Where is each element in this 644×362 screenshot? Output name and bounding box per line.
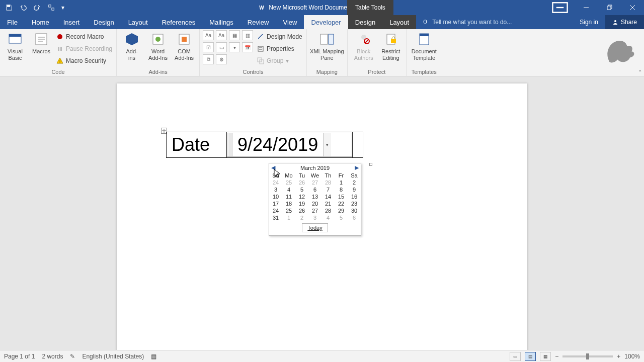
document-template-button[interactable]: Document Template <box>410 30 439 61</box>
calendar-day[interactable]: 17 <box>269 200 282 207</box>
calendar-day[interactable]: 10 <box>269 193 282 200</box>
zoom-in-icon[interactable]: + <box>617 353 620 360</box>
repeating-control-icon[interactable]: ⧉ <box>203 54 214 64</box>
status-page[interactable]: Page 1 of 1 <box>4 353 35 360</box>
calendar-day[interactable]: 5 <box>335 214 348 221</box>
addins-button[interactable]: Add- ins <box>120 30 144 61</box>
tab-references[interactable]: References <box>155 15 202 29</box>
save-icon[interactable] <box>3 2 15 14</box>
calendar-day[interactable]: 23 <box>348 200 361 207</box>
calendar-day[interactable]: 3 <box>308 214 321 221</box>
tab-insert[interactable]: Insert <box>56 15 87 29</box>
calendar-day[interactable]: 28 <box>321 207 335 214</box>
calendar-day[interactable]: 20 <box>308 200 321 207</box>
design-mode-button[interactable]: Design Mode <box>256 31 303 42</box>
zoom-level[interactable]: 100% <box>624 353 640 360</box>
calendar-day[interactable]: 1 <box>335 179 348 186</box>
calendar-day[interactable]: 27 <box>308 179 321 186</box>
calendar-day[interactable]: 13 <box>308 193 321 200</box>
tell-me-search[interactable]: Tell me what you want to do... <box>416 15 573 29</box>
restore-button[interactable] <box>598 0 621 15</box>
word-addins-button[interactable]: Word Add-Ins <box>146 30 170 61</box>
calendar-day[interactable]: 18 <box>282 200 295 207</box>
tab-home[interactable]: Home <box>25 15 56 29</box>
calendar-day[interactable]: 4 <box>321 214 335 221</box>
status-language[interactable]: English (United States) <box>82 353 144 360</box>
com-addins-button[interactable]: COM Add-Ins <box>172 30 196 61</box>
calendar-day[interactable]: 9 <box>348 186 361 193</box>
building-block-control-icon[interactable]: ▥ <box>242 30 253 40</box>
table-resize-handle-icon[interactable] <box>369 163 372 166</box>
calendar-day[interactable]: 4 <box>282 186 295 193</box>
tab-developer[interactable]: Developer <box>304 15 348 29</box>
macro-indicator-icon[interactable]: ▦ <box>151 353 156 360</box>
calendar-today-button[interactable]: Today <box>302 223 328 232</box>
view-web-layout-icon[interactable]: ▦ <box>540 352 551 361</box>
view-read-mode-icon[interactable]: ▭ <box>510 352 521 361</box>
calendar-day[interactable]: 2 <box>348 179 361 186</box>
calendar-day[interactable]: 29 <box>335 207 348 214</box>
calendar-next-month-icon[interactable]: ▶ <box>355 164 359 171</box>
calendar-day[interactable]: 30 <box>348 207 361 214</box>
tab-table-layout[interactable]: Layout <box>382 15 416 29</box>
share-button[interactable]: Share <box>605 15 644 29</box>
calendar-day[interactable]: 24 <box>269 207 282 214</box>
zoom-out-icon[interactable]: − <box>555 353 558 360</box>
calendar-day[interactable]: 3 <box>269 186 282 193</box>
tab-design[interactable]: Design <box>87 15 121 29</box>
tab-review[interactable]: Review <box>240 15 276 29</box>
combobox-control-icon[interactable]: ▭ <box>216 42 227 52</box>
qat-dropdown-icon[interactable]: ▾ <box>59 2 66 14</box>
calendar-day[interactable]: 21 <box>321 200 335 207</box>
dropdown-control-icon[interactable]: ▾ <box>229 42 240 52</box>
tab-layout[interactable]: Layout <box>121 15 155 29</box>
calendar-day[interactable]: 15 <box>335 193 348 200</box>
date-picker-control-icon[interactable]: 📅 <box>242 42 253 52</box>
page[interactable]: Date 9/24/2019 ▾ ◀ March 2019 ▶ S <box>117 83 527 350</box>
minimize-button[interactable] <box>575 0 598 15</box>
calendar-day[interactable]: 22 <box>335 200 348 207</box>
checkbox-control-icon[interactable]: ☑ <box>203 42 214 52</box>
calendar-day[interactable]: 24 <box>269 179 282 186</box>
visual-basic-button[interactable]: Visual Basic <box>3 30 27 61</box>
tab-file[interactable]: File <box>0 15 25 29</box>
macros-button[interactable]: Macros <box>29 30 53 55</box>
table-cell-label[interactable]: Date <box>167 132 227 158</box>
calendar-day[interactable]: 6 <box>348 214 361 221</box>
macro-security-button[interactable]: !Macro Security <box>55 55 113 66</box>
plain-text-control-icon[interactable]: Aa <box>216 30 227 40</box>
calendar-day[interactable]: 31 <box>269 214 282 221</box>
calendar-day[interactable]: 5 <box>295 186 308 193</box>
calendar-day[interactable]: 1 <box>282 214 295 221</box>
calendar-day[interactable]: 25 <box>282 179 295 186</box>
date-picker-content-control[interactable]: 9/24/2019 ▾ <box>227 133 352 157</box>
touch-mode-icon[interactable] <box>45 2 57 14</box>
calendar-day[interactable]: 25 <box>282 207 295 214</box>
ribbon-options-icon[interactable] <box>551 0 569 15</box>
record-macro-button[interactable]: Record Macro <box>55 31 113 42</box>
redo-icon[interactable] <box>31 2 43 14</box>
collapse-ribbon-icon[interactable]: ⌃ <box>638 69 642 75</box>
spellcheck-icon[interactable]: ✎ <box>70 353 75 360</box>
tab-view[interactable]: View <box>276 15 304 29</box>
calendar-day[interactable]: 16 <box>348 193 361 200</box>
calendar-day[interactable]: 26 <box>295 179 308 186</box>
content-controls-gallery[interactable]: Aa Aa ▦ ▥ ☑ ▭ ▾ 📅 ⧉ ⚙ <box>203 30 254 65</box>
undo-icon[interactable] <box>17 2 29 14</box>
calendar-day[interactable]: 14 <box>321 193 335 200</box>
rich-text-control-icon[interactable]: Aa <box>203 30 214 40</box>
calendar-day[interactable]: 11 <box>282 193 295 200</box>
status-word-count[interactable]: 2 words <box>42 353 63 360</box>
tab-mailings[interactable]: Mailings <box>202 15 240 29</box>
calendar-day[interactable]: 8 <box>335 186 348 193</box>
document-table[interactable]: Date 9/24/2019 ▾ <box>166 132 363 158</box>
legacy-tools-icon[interactable]: ⚙ <box>216 54 227 64</box>
calendar-day[interactable]: 6 <box>308 186 321 193</box>
view-print-layout-icon[interactable]: ▤ <box>525 352 536 361</box>
calendar-day[interactable]: 2 <box>295 214 308 221</box>
table-cell-empty[interactable] <box>353 132 363 158</box>
content-control-handle-icon[interactable] <box>228 133 232 156</box>
calendar-day[interactable]: 12 <box>295 193 308 200</box>
zoom-slider[interactable] <box>562 355 613 357</box>
sign-in-link[interactable]: Sign in <box>573 15 605 29</box>
